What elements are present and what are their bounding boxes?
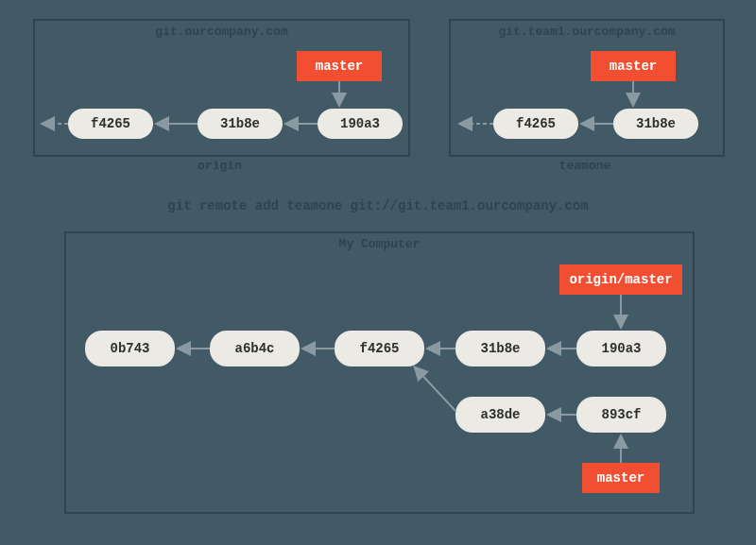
teamone-branch-master: master — [591, 51, 676, 81]
local-commit-3: 31b8e — [455, 331, 545, 366]
local-commit-1: a6b4c — [210, 331, 300, 366]
local-commit-4: 190a3 — [576, 331, 666, 366]
origin-commit-2: 190a3 — [318, 109, 403, 139]
local-commit-5: a38de — [455, 397, 545, 433]
git-command: git remote add teamone git://git.team1.o… — [0, 198, 756, 213]
teamone-title: git.team1.ourcompany.com — [451, 25, 723, 39]
origin-title: git.ourcompany.com — [35, 25, 408, 39]
teamone-commit-0: f4265 — [493, 109, 578, 139]
origin-commit-0: f4265 — [68, 109, 153, 139]
local-title: My Computer — [66, 237, 693, 251]
local-master: master — [582, 463, 660, 493]
local-origin-master: origin/master — [559, 264, 682, 295]
local-commit-6: 893cf — [576, 397, 666, 433]
local-commit-0: 0b743 — [85, 331, 175, 366]
teamone-caption: teamone — [449, 159, 721, 173]
origin-commit-1: 31b8e — [198, 109, 283, 139]
origin-caption: origin — [33, 159, 406, 173]
origin-branch-master: master — [297, 51, 382, 81]
local-commit-2: f4265 — [335, 331, 424, 366]
teamone-commit-1: 31b8e — [613, 109, 698, 139]
